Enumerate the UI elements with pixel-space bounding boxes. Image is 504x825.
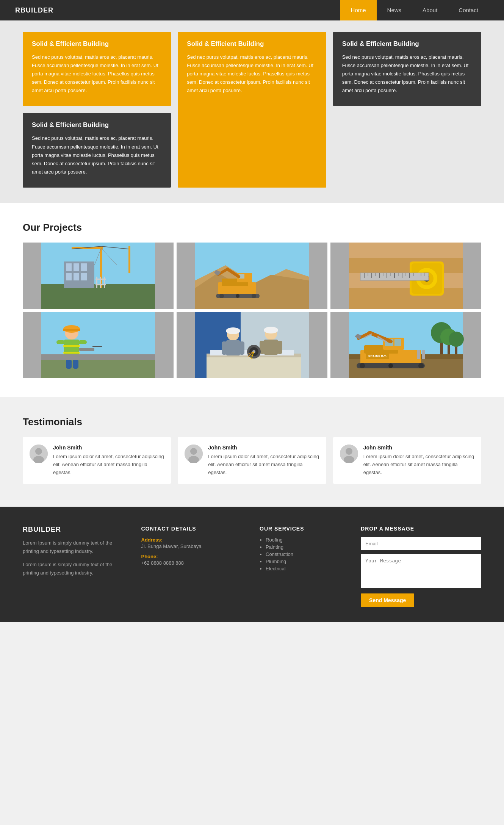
testimonial-card-3: John Smith Lorem ipsum dolor sit amet, c… (333, 437, 481, 484)
svg-rect-13 (128, 246, 130, 273)
svg-rect-7 (74, 273, 79, 280)
projects-title: Our Projects (23, 222, 481, 233)
svg-rect-78 (92, 346, 102, 347)
footer-phone-label: Phone: (141, 554, 245, 559)
card-4-title: Solid & Efficient Building (32, 121, 162, 129)
svg-rect-127 (417, 350, 420, 359)
footer-services-list: Roofing Painting Construction Plumbing E… (260, 537, 346, 571)
nav-contact[interactable]: Contact (448, 0, 489, 20)
testimonial-3-name: John Smith (363, 445, 474, 451)
nav-links: Home News About Contact (340, 0, 489, 20)
testimonials-section: Testimonials John Smith Lorem ipsum dolo… (0, 397, 504, 507)
svg-point-126 (388, 363, 393, 368)
service-construction: Construction (266, 551, 346, 557)
footer-message: DROP A MESSAGE Send Message (361, 526, 481, 607)
card-3-title: Solid & Efficient Building (342, 40, 472, 48)
card-3: Solid & Efficient Building Sed nec purus… (333, 32, 481, 106)
svg-point-130 (35, 448, 42, 455)
testimonial-1-name: John Smith (53, 445, 164, 451)
footer-desc-1: Lorem Ipsum is simply dummy text of the … (23, 539, 126, 556)
svg-rect-1 (41, 284, 155, 309)
svg-point-136 (346, 448, 352, 455)
svg-rect-89 (239, 341, 244, 355)
testimonial-2-name: John Smith (208, 445, 319, 451)
footer-contact-heading: CONTACT DETAILS (141, 526, 245, 532)
svg-rect-76 (41, 354, 155, 360)
testimonials-grid: John Smith Lorem ipsum dolor sit amet, c… (23, 437, 481, 484)
footer-services-heading: OUR SERVICES (260, 526, 346, 532)
svg-point-33 (252, 294, 256, 298)
svg-rect-71 (63, 352, 80, 354)
footer-address-value: Jl. Bunga Mawar, Surabaya (141, 543, 245, 549)
svg-rect-19 (95, 279, 106, 280)
svg-rect-87 (226, 340, 240, 355)
testimonial-1-text: Lorem ipsum dolor sit amet, consectetur … (53, 453, 164, 476)
testimonial-2-text: Lorem ipsum dolor sit amet, consectetur … (208, 453, 319, 476)
message-textarea[interactable] (361, 554, 481, 588)
project-img-5 (177, 312, 327, 378)
svg-rect-70 (63, 345, 80, 347)
svg-point-108 (449, 332, 464, 347)
card-3-text: Sed nec purus volutpat, mattis eros ac, … (342, 53, 472, 95)
card-1: Solid & Efficient Building Sed nec purus… (23, 32, 171, 106)
svg-rect-128 (422, 350, 425, 359)
service-painting: Painting (266, 544, 346, 550)
svg-rect-83 (207, 357, 301, 378)
svg-rect-18 (104, 277, 105, 288)
avatar-1 (30, 445, 48, 463)
svg-rect-77 (79, 348, 94, 351)
testimonial-2-content: John Smith Lorem ipsum dolor sit amet, c… (208, 445, 319, 476)
card-4-text: Sed nec purus volutpat, mattis eros ac, … (32, 134, 162, 176)
email-input[interactable] (361, 537, 481, 550)
svg-point-124 (360, 363, 365, 368)
svg-rect-20 (95, 284, 106, 285)
svg-rect-39 (349, 288, 463, 309)
nav-home[interactable]: Home (340, 0, 377, 20)
testimonials-title: Testimonials (23, 416, 481, 428)
svg-rect-94 (277, 341, 282, 354)
nav-about[interactable]: About (412, 0, 448, 20)
svg-rect-5 (81, 263, 87, 271)
card-4: Solid & Efficient Building Sed nec purus… (23, 113, 171, 187)
svg-rect-68 (63, 329, 80, 331)
footer-address-label: Address: (141, 537, 245, 543)
footer: RBUILDER Lorem Ipsum is simply dummy tex… (0, 507, 504, 622)
svg-rect-17 (100, 277, 101, 288)
svg-point-91 (264, 327, 278, 333)
footer-contact: CONTACT DETAILS Address: Jl. Bunga Mawar… (141, 526, 245, 607)
navbar: RBUILDER Home News About Contact (0, 0, 504, 20)
footer-logo: RBUILDER (23, 526, 126, 534)
send-message-button[interactable]: Send Message (361, 593, 414, 607)
svg-point-125 (418, 363, 424, 368)
testimonial-3-text: Lorem ipsum dolor sit amet, consectetur … (363, 453, 474, 476)
svg-point-86 (226, 327, 240, 334)
testimonial-card-1: John Smith Lorem ipsum dolor sit amet, c… (23, 437, 171, 484)
svg-rect-75 (73, 359, 78, 369)
service-electrical: Electrical (266, 566, 346, 571)
card-2-text: Sed nec purus volutpat, mattis eros ac, … (187, 53, 317, 95)
card-2-title: Solid & Efficient Building (187, 40, 317, 48)
projects-grid: ENTJES B.V. (23, 243, 481, 378)
nav-news[interactable]: News (377, 0, 412, 20)
project-img-2 (177, 243, 327, 309)
svg-rect-92 (264, 340, 278, 355)
service-plumbing: Plumbing (266, 559, 346, 564)
svg-point-133 (190, 448, 197, 455)
svg-rect-36 (349, 243, 463, 258)
nav-logo: RBUILDER (15, 6, 340, 14)
svg-rect-8 (81, 273, 87, 280)
footer-about: RBUILDER Lorem Ipsum is simply dummy tex… (23, 526, 126, 607)
testimonial-3-content: John Smith Lorem ipsum dolor sit amet, c… (363, 445, 474, 476)
svg-rect-65 (41, 357, 155, 378)
svg-rect-115 (394, 339, 401, 346)
svg-rect-16 (96, 277, 97, 288)
svg-point-32 (219, 294, 224, 298)
svg-rect-74 (66, 359, 72, 369)
projects-section: Our Projects (0, 203, 504, 397)
card-2: Solid & Efficient Building Sed nec purus… (178, 32, 326, 188)
footer-services: OUR SERVICES Roofing Painting Constructi… (260, 526, 346, 607)
svg-rect-3 (66, 263, 72, 271)
svg-rect-72 (56, 340, 65, 344)
cards-grid: Solid & Efficient Building Sed nec purus… (23, 32, 481, 188)
card-1-title: Solid & Efficient Building (32, 40, 162, 48)
